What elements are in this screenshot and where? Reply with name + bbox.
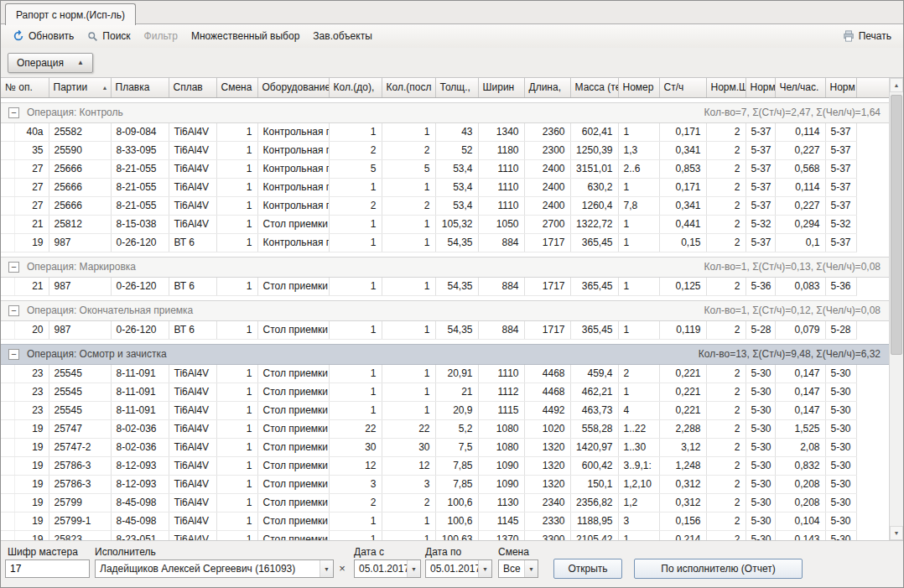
cell[interactable]: 8-23-051 <box>111 530 169 540</box>
cell[interactable]: 5-37 <box>825 178 856 196</box>
cell[interactable]: Контрольная г <box>257 122 329 141</box>
data-row[interactable]: 27256668-21-055Ti6Al4V1Контрольная г5553… <box>1 159 889 178</box>
cell[interactable]: 0,147 <box>775 401 825 419</box>
cell[interactable]: 1 <box>216 159 257 178</box>
scrollbar-thumb[interactable] <box>891 95 902 355</box>
cell[interactable]: 0,119 <box>659 320 706 339</box>
cell[interactable]: 1322,72 <box>570 215 618 233</box>
cell[interactable]: 0,214 <box>659 530 706 540</box>
cell[interactable]: 0,1 <box>775 233 825 252</box>
cell[interactable]: 1 <box>618 233 659 252</box>
cell[interactable]: Стол приемки <box>257 512 329 530</box>
cell[interactable]: 5-30 <box>825 530 856 540</box>
cell[interactable]: 5-30 <box>746 438 775 456</box>
cell[interactable]: 35 <box>14 141 49 159</box>
cell[interactable]: 23 <box>14 364 49 382</box>
cell[interactable]: 2330 <box>524 512 570 530</box>
cell[interactable]: 5-37 <box>825 141 856 159</box>
column-header[interactable]: Партии▲ <box>49 78 111 97</box>
cell[interactable]: 7,5 <box>435 438 478 456</box>
cell[interactable]: 0-26-120 <box>111 277 169 295</box>
cell[interactable]: 8-21-055 <box>111 178 169 196</box>
cell[interactable]: 884 <box>478 277 524 295</box>
cell[interactable]: Стол приемки <box>257 215 329 233</box>
cell[interactable]: 7,85 <box>435 456 478 475</box>
cell[interactable]: 1,525 <box>775 419 825 438</box>
chevron-down-icon[interactable]: ▼ <box>320 560 333 577</box>
cell[interactable]: 0,104 <box>775 512 825 530</box>
cell[interactable]: 1 <box>216 141 257 159</box>
cell[interactable]: 987 <box>49 320 111 339</box>
open-button[interactable]: Открыть <box>553 559 622 579</box>
column-header[interactable]: Норм.Шт <box>706 78 746 97</box>
cell[interactable]: Ti6Al4V <box>169 401 216 419</box>
column-header[interactable]: Норм <box>825 78 856 97</box>
cell[interactable]: 5-30 <box>825 419 856 438</box>
search-button[interactable]: Поиск <box>81 28 137 44</box>
cell[interactable]: 1 <box>382 320 435 339</box>
cell[interactable]: 2 <box>706 530 746 540</box>
cell[interactable]: 8-02-036 <box>111 438 169 456</box>
cell[interactable]: Контрольная г <box>257 159 329 178</box>
cell[interactable]: 1 <box>382 277 435 295</box>
cell[interactable]: 20,91 <box>435 364 478 382</box>
cell[interactable]: 2 <box>706 382 746 401</box>
cell[interactable]: 20,9 <box>435 401 478 419</box>
cell[interactable]: 0,853 <box>659 159 706 178</box>
column-header[interactable]: Номер <box>618 78 659 97</box>
cell[interactable]: 5-30 <box>825 438 856 456</box>
vertical-scrollbar[interactable]: ▲ ▼ <box>889 78 903 540</box>
cell[interactable]: 3151,01 <box>570 159 618 178</box>
cell[interactable]: 1 <box>216 401 257 419</box>
cell[interactable]: 5-37 <box>825 196 856 215</box>
cell[interactable]: 0,156 <box>659 512 706 530</box>
cell[interactable]: 5-30 <box>746 493 775 512</box>
cell[interactable]: 0,312 <box>659 493 706 512</box>
data-row[interactable]: 219870-26-120ВТ 61Стол приемки1154,35884… <box>1 277 889 295</box>
cell[interactable]: 558,28 <box>570 419 618 438</box>
cell[interactable]: 1717 <box>524 277 570 295</box>
group-row[interactable]: −Операция: Окончательная приемкаКол-во=1… <box>1 300 889 320</box>
cell[interactable]: 1 <box>329 530 382 540</box>
cell[interactable]: 0,079 <box>775 320 825 339</box>
cell[interactable]: 5-30 <box>746 419 775 438</box>
cell[interactable]: 2 <box>706 196 746 215</box>
cell[interactable]: 8-15-038 <box>111 215 169 233</box>
cell[interactable]: 100,63 <box>435 530 478 540</box>
cell[interactable]: 2 <box>706 493 746 512</box>
data-row[interactable]: 1925747-28-02-036Ti6Al4V1Стол приемки303… <box>1 438 889 456</box>
cell[interactable]: 1112 <box>478 382 524 401</box>
refresh-button[interactable]: Обновить <box>6 28 81 44</box>
cell[interactable]: 0-26-120 <box>111 233 169 252</box>
cell[interactable]: Ti6Al4V <box>169 512 216 530</box>
cell[interactable]: 0,114 <box>775 122 825 141</box>
executor-combobox[interactable]: Ладейщиков Алексей Сергеевич (161093) ▼ <box>95 559 334 578</box>
cell[interactable]: 1 <box>618 122 659 141</box>
cell[interactable]: 25823 <box>49 530 111 540</box>
cell[interactable]: Ti6Al4V <box>169 419 216 438</box>
cell[interactable]: 0,171 <box>659 178 706 196</box>
cell[interactable]: 4468 <box>524 382 570 401</box>
cell[interactable]: 8-21-055 <box>111 196 169 215</box>
cell[interactable]: 5-37 <box>746 122 775 141</box>
cell[interactable]: Стол приемки <box>257 419 329 438</box>
cell[interactable]: 884 <box>478 233 524 252</box>
cell[interactable]: 5-37 <box>825 233 856 252</box>
cell[interactable]: 2 <box>329 493 382 512</box>
cell[interactable]: 2 <box>382 141 435 159</box>
cell[interactable]: Ti6Al4V <box>169 493 216 512</box>
cell[interactable]: 1 <box>382 512 435 530</box>
cell[interactable]: 0,125 <box>659 277 706 295</box>
cell[interactable]: 1110 <box>478 178 524 196</box>
cell[interactable]: Ti6Al4V <box>169 530 216 540</box>
cell[interactable]: 463,73 <box>570 401 618 419</box>
cell[interactable]: 1 <box>382 215 435 233</box>
cell[interactable]: 1 <box>216 512 257 530</box>
cell[interactable]: Стол приемки <box>257 456 329 475</box>
cell[interactable]: 5-30 <box>746 530 775 540</box>
cell[interactable]: 1090 <box>478 456 524 475</box>
cell[interactable]: 1250,39 <box>570 141 618 159</box>
cell[interactable]: 2 <box>382 493 435 512</box>
cell[interactable]: 2 <box>329 196 382 215</box>
cell[interactable]: 5-30 <box>746 401 775 419</box>
